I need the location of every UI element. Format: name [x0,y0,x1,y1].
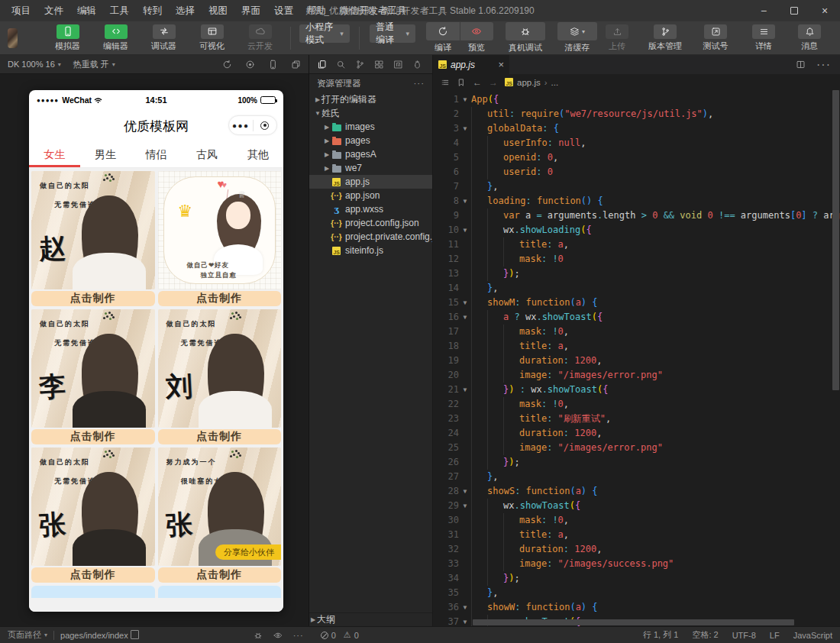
template-card[interactable]: 做自己的太阳无需凭借谁的光张点击制作 [31,448,155,583]
problems-indicator[interactable]: 0 ⚠ 0 [321,630,359,640]
tree-section-打开的编辑器[interactable]: ▶打开的编辑器 [309,92,432,106]
menu-item-转到[interactable]: 转到 [136,0,169,21]
avatar[interactable] [8,28,18,48]
close-icon[interactable]: × [498,59,504,70]
make-button[interactable]: 点击制作 [31,567,155,583]
line-number: 19 [433,354,459,368]
phone-icon[interactable] [268,60,278,69]
toolbar-button-云开发[interactable]: 云开发 [240,24,281,52]
vertical-scrollbar[interactable] [832,90,839,390]
outline-list-icon[interactable] [441,78,450,87]
tree-item-app.json[interactable]: {··}app.json [309,189,432,202]
device-debug-button[interactable] [506,22,545,40]
tree-section-姓氏[interactable]: ▼姓氏 [309,106,432,120]
make-button[interactable]: 点击制作 [31,291,155,306]
status--1-1[interactable]: 行 1, 列 1 [643,629,678,641]
make-button[interactable]: 点击制作 [158,567,282,583]
toolbar-button-调试器[interactable]: 调试器 [144,24,185,52]
tab-其他[interactable]: 其他 [232,142,283,167]
more-icon[interactable]: ··· [414,79,425,88]
template-card[interactable]: 努力成为一个很哇塞的女孩张分享给小伙伴点击制作 [158,448,282,583]
tab-女生[interactable]: 女生 [29,142,80,167]
toolbar-button-消息[interactable]: 消息 [790,24,829,52]
toolbar-button-编辑器[interactable]: 编辑器 [95,24,137,52]
record-icon[interactable] [245,60,255,69]
external-icon [704,24,727,39]
compile-select[interactable]: 普通编译 ▾ [370,24,415,43]
status-utf-8[interactable]: UTF-8 [732,629,756,641]
toolbar-button-可视化[interactable]: 可视化 [192,24,233,52]
tab-情侣[interactable]: 情侣 [131,142,182,167]
clear-cache-button[interactable]: ▾ [557,22,597,40]
tree-item-images[interactable]: ▶images [309,120,432,134]
tree-item-pagesA[interactable]: ▶pagesA [309,147,432,161]
menu-item-设置[interactable]: 设置 [267,0,300,21]
toolbar-button-模拟器[interactable]: 模拟器 [47,24,89,52]
menu-dots-button[interactable]: ●●● [229,121,253,130]
make-button[interactable]: 点击制作 [158,429,282,444]
minimize-button[interactable]: − [748,0,779,21]
eye-icon[interactable] [273,631,283,640]
menu-item-视图[interactable]: 视图 [202,0,234,21]
template-card[interactable]: 做自己的太阳无需凭借谁的光赵点击制作 [31,171,155,306]
toolbar-button-测试号[interactable]: 测试号 [693,24,738,52]
close-target-button[interactable] [254,121,277,130]
tree-item-app.wxss[interactable]: ʒapp.wxss [309,202,432,216]
hand-icon[interactable] [412,60,422,69]
tab-古风[interactable]: 古风 [182,142,233,167]
blocks-icon[interactable] [374,60,384,69]
toolbar-button-详情[interactable]: 详情 [744,24,783,52]
toolbar-button-上传[interactable]: 上传 [597,24,637,52]
template-card[interactable]: 做自己的太阳无需凭借谁的光李点击制作 [31,309,155,444]
code-editor[interactable]: 1▼App({2util: require("we7/resource/js/u… [433,90,840,626]
status-lf[interactable]: LF [770,629,780,641]
git-icon[interactable] [355,60,365,69]
menu-item-编辑[interactable]: 编辑 [70,0,103,21]
mode-select[interactable]: 小程序模式 ▾ [299,24,350,43]
outline-section[interactable]: ▶ 大纲 [309,612,432,626]
copy-icon[interactable] [132,632,139,639]
maximize-button[interactable] [779,0,809,21]
tree-item-siteinfo.js[interactable]: JSsiteinfo.js [309,244,432,257]
toolbar-button-版本管理[interactable]: 版本管理 [643,24,687,52]
horizontal-scrollbar[interactable] [473,619,794,625]
hot-reload-toggle[interactable]: 热重载 开 ▾ [73,59,115,70]
back-icon[interactable]: ← [473,77,482,88]
status--2[interactable]: 空格: 2 [692,629,718,641]
forward-icon[interactable]: → [489,77,498,88]
close-button[interactable]: × [809,0,840,21]
more-icon[interactable]: ··· [816,58,831,72]
debug-icon[interactable] [254,631,263,640]
bookmark-icon[interactable] [457,78,466,87]
tree-item-project.config.json[interactable]: {··}project.config.json [309,216,432,230]
device-selector[interactable]: DK 100% 16 ▾ [8,60,61,69]
template-card[interactable]: 做自己的太阳无需凭借谁的光刘点击制作 [158,309,282,444]
tab-男生[interactable]: 男生 [80,142,131,167]
tree-item-app.js[interactable]: JSapp.js [309,175,432,189]
page-path-selector[interactable]: 页面路径 ▾ [8,629,47,641]
template-card[interactable]: ♛♥♥♕做自己❤好友独立且自愈点击制作 [158,171,282,306]
preview-button[interactable] [460,22,493,40]
status-javascript[interactable]: JavaScript [793,629,832,641]
windows-icon[interactable] [291,60,301,69]
npm-icon[interactable] [393,60,403,69]
share-badge[interactable]: 分享给小伙伴 [215,544,281,560]
refresh-icon[interactable] [222,60,232,69]
menu-item-文件[interactable]: 文件 [37,0,70,21]
files-icon[interactable] [317,60,327,69]
tree-item-pages[interactable]: ▶pages [309,134,432,147]
tab-app-js[interactable]: JS app.js × [433,55,509,74]
menu-item-工具[interactable]: 工具 [103,0,136,21]
split-editor-icon[interactable] [796,60,806,69]
more-icon[interactable]: ··· [293,631,304,640]
make-button[interactable]: 点击制作 [158,291,282,306]
search-icon[interactable] [336,60,346,69]
tree-item-we7[interactable]: ▶we7 [309,161,432,175]
compile-button[interactable] [426,22,460,40]
line-number: 34 [433,571,459,586]
make-button[interactable]: 点击制作 [31,429,155,444]
menu-item-项目[interactable]: 项目 [5,0,37,21]
menu-item-选择[interactable]: 选择 [169,0,202,21]
menu-item-界面[interactable]: 界面 [234,0,267,21]
tree-item-project.private.config.js...[interactable]: {··}project.private.config.js... [309,230,432,244]
